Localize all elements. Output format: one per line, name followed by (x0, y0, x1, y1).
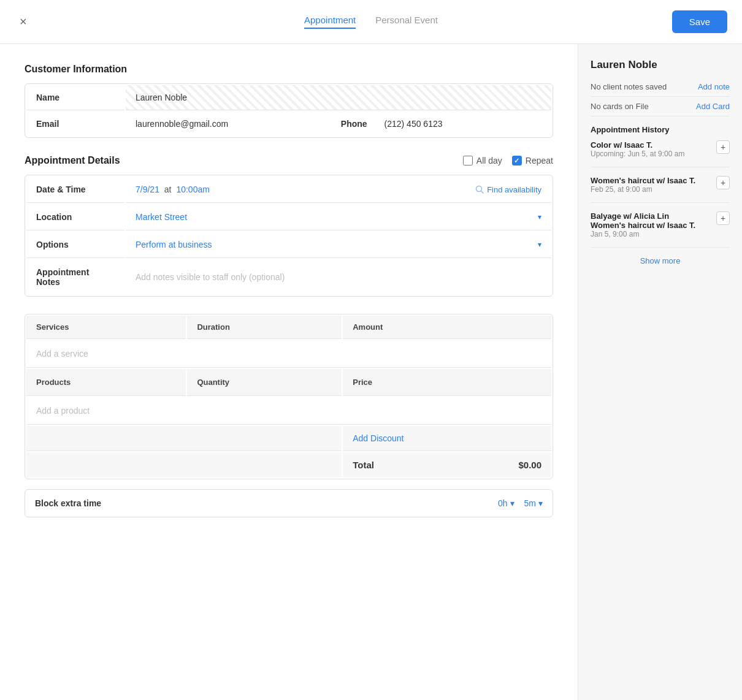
options-value: Perform at business ▾ (126, 232, 551, 258)
tab-personal-event[interactable]: Personal Event (375, 15, 438, 29)
datetime-value: 7/9/21 at 10:00am Find availability (126, 177, 551, 203)
details-header: Appointment Details All day Repeat (25, 155, 553, 166)
checkboxes-row: All day Repeat (463, 156, 553, 165)
total-row: Total $0.00 (26, 452, 551, 477)
add-appointment-2-button[interactable]: + (716, 176, 730, 189)
allday-checkbox[interactable] (463, 156, 473, 165)
appointment-details-table: Date & Time 7/9/21 at 10:00am (25, 175, 553, 297)
appointment-entry-2: Women's haircut w/ Isaac T. Feb 25, at 9… (591, 176, 730, 203)
options-chevron-icon: ▾ (538, 240, 541, 249)
show-more-button[interactable]: Show more (591, 256, 730, 265)
appt-detail-2: Feb 25, at 9:00 am (591, 185, 713, 194)
discount-row: Add Discount (26, 426, 551, 451)
find-avail-text: Find availability (487, 185, 541, 194)
search-icon (475, 185, 484, 194)
options-text: Perform at business (136, 240, 212, 249)
add-product-row[interactable]: Add a product (26, 397, 551, 425)
total-empty (26, 452, 342, 477)
add-note-button[interactable]: Add note (698, 82, 730, 91)
table-row: Appointment Notes Add notes visible to s… (26, 259, 551, 295)
appt-service-2: Women's haircut w/ Isaac T. (591, 176, 713, 185)
block-extra-time-label: Block extra time (35, 498, 488, 508)
price-col-header: Price (343, 369, 551, 396)
table-row: Name Lauren Noble (26, 85, 551, 110)
add-service-cell[interactable]: Add a service (26, 340, 551, 368)
add-discount-label[interactable]: Add Discount (353, 433, 404, 443)
notes-label: Appointment Notes (26, 259, 124, 295)
notes-placeholder[interactable]: Add notes visible to staff only (optiona… (136, 272, 285, 282)
minutes-value: 5m (524, 498, 536, 508)
tab-appointment[interactable]: Appointment (304, 15, 356, 29)
options-dropdown[interactable]: Perform at business ▾ (136, 240, 541, 249)
repeat-checkbox-checked[interactable] (512, 156, 522, 165)
block-extra-time-box: Block extra time 0h ▾ 5m ▾ (25, 489, 553, 517)
phone-section: Phone (212) 450 6123 (331, 112, 551, 136)
add-discount-cell[interactable]: Add Discount (343, 426, 551, 451)
table-row: Email laurennoble@gmail.com Phone (212) … (26, 112, 551, 136)
services-col-header: Services (26, 316, 186, 339)
appt-detail-1: Upcoming: Jun 5, at 9:00 am (591, 150, 713, 158)
duration-col-header: Duration (187, 316, 342, 339)
location-chevron-icon: ▾ (538, 213, 541, 221)
minutes-chevron-icon: ▾ (538, 498, 543, 508)
minutes-select[interactable]: 5m ▾ (524, 498, 543, 508)
phone-label: Phone (341, 119, 367, 129)
add-service-row[interactable]: Add a service (26, 340, 551, 368)
hours-value: 0h (498, 498, 508, 508)
cards-row: No cards on File Add Card (591, 102, 730, 116)
find-availability[interactable]: Find availability (475, 185, 541, 194)
phone-value: (212) 450 6123 (384, 119, 443, 129)
quantity-col-header: Quantity (187, 369, 342, 396)
repeat-checkbox-item: Repeat (512, 156, 553, 165)
appt-service-3a: Balyage w/ Alicia Lin (591, 211, 713, 221)
add-card-button[interactable]: Add Card (696, 102, 730, 111)
appointment-details-title: Appointment Details (25, 155, 120, 166)
location-dropdown[interactable]: Market Street ▾ (136, 212, 541, 222)
total-cell: Total $0.00 (343, 452, 551, 477)
total-amount: $0.00 (518, 460, 541, 470)
location-text: Market Street (136, 212, 187, 222)
add-product-cell[interactable]: Add a product (26, 397, 551, 425)
save-button[interactable]: Save (672, 10, 727, 33)
location-label: Location (26, 204, 124, 230)
email-label: Email (26, 112, 124, 136)
notes-row: No client notes saved Add note (591, 82, 730, 97)
options-label: Options (26, 232, 124, 258)
appt-detail-3: Jan 5, 9:00 am (591, 230, 713, 238)
location-value: Market Street ▾ (126, 204, 551, 230)
hours-chevron-icon: ▾ (510, 498, 514, 508)
close-button[interactable]: × (15, 10, 32, 34)
customer-info-table: Name Lauren Noble Email laurennoble@gmai… (25, 83, 553, 138)
appointment-history-title: Appointment History (591, 125, 730, 134)
hours-select[interactable]: 0h ▾ (498, 498, 514, 508)
email-value: laurennoble@gmail.com (126, 112, 330, 136)
add-appointment-3-button[interactable]: + (716, 211, 730, 225)
sidebar-client-name: Lauren Noble (591, 59, 730, 71)
table-row: Location Market Street ▾ (26, 204, 551, 230)
header: × Appointment Personal Event Save (0, 0, 742, 44)
customer-section-title: Customer Information (25, 64, 553, 75)
time-value[interactable]: 10:00am (176, 185, 209, 194)
services-header-row: Services Duration Amount (26, 316, 551, 339)
datetime-cell: 7/9/21 at 10:00am Find availability (136, 185, 541, 194)
name-label: Name (26, 85, 124, 110)
appointment-entry-1: Color w/ Isaac T. Upcoming: Jun 5, at 9:… (591, 140, 730, 167)
date-value[interactable]: 7/9/21 (136, 185, 159, 194)
amount-col-header: Amount (343, 316, 551, 339)
appointment-entry-3: Balyage w/ Alicia Lin Women's haircut w/… (591, 211, 730, 248)
add-appointment-1-button[interactable]: + (716, 140, 730, 154)
name-value: Lauren Noble (126, 85, 551, 110)
allday-checkbox-item: All day (463, 156, 502, 165)
allday-label: All day (476, 156, 502, 165)
discount-empty (26, 426, 342, 451)
main-layout: Customer Information Name Lauren Noble E… (0, 44, 742, 700)
no-cards-label: No cards on File (591, 102, 649, 111)
services-products-table: Services Duration Amount Add a service P… (25, 314, 553, 479)
total-label: Total (353, 460, 374, 470)
products-header-row: Products Quantity Price (26, 369, 551, 396)
sidebar: Lauren Noble No client notes saved Add n… (578, 44, 742, 700)
notes-value: Add notes visible to staff only (optiona… (126, 259, 551, 295)
at-text: at (164, 185, 174, 194)
appt-service-1: Color w/ Isaac T. (591, 140, 713, 150)
table-row: Date & Time 7/9/21 at 10:00am (26, 177, 551, 203)
